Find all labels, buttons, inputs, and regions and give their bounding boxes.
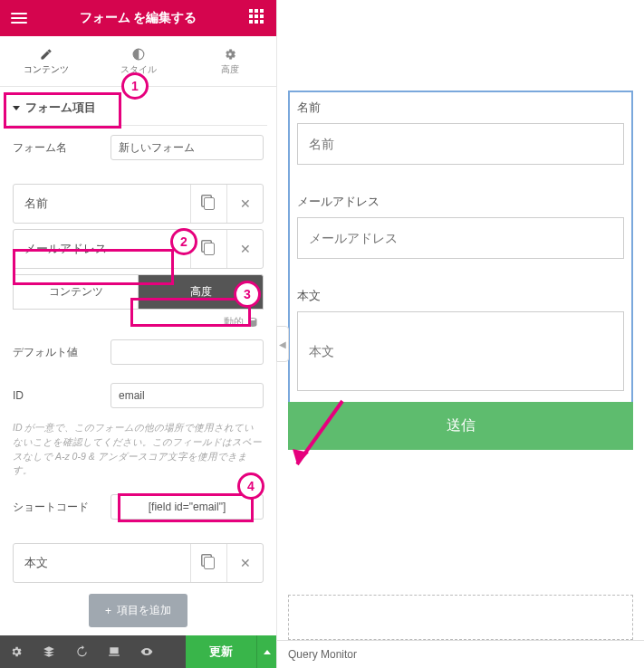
panel-title: フォーム を編集する — [80, 10, 197, 26]
preview-label: 名前 — [297, 100, 624, 123]
remove-button[interactable]: ✕ — [226, 185, 263, 223]
close-icon: ✕ — [240, 196, 251, 211]
update-label: 更新 — [209, 644, 233, 660]
id-label: ID — [13, 389, 103, 402]
default-value-input[interactable] — [111, 339, 264, 365]
remove-button[interactable]: ✕ — [226, 230, 263, 268]
panel-collapse-handle[interactable]: ◀ — [276, 326, 289, 362]
editor-panel: フォーム を編集する コンテンツ スタイル — [0, 0, 277, 668]
field-item-email[interactable]: メールアドレス ✕ — [13, 229, 264, 269]
preview-label: 本文 — [297, 288, 624, 311]
panel-footer: 更新 — [0, 635, 276, 668]
close-icon: ✕ — [240, 556, 251, 570]
shortcode-label: ショートコード — [13, 500, 103, 515]
qm-label: Query Monitor — [288, 648, 357, 661]
tab-label: コンテンツ — [24, 63, 69, 76]
default-value-row: デフォルト値 — [9, 330, 267, 374]
settings-button[interactable] — [0, 635, 33, 668]
panel-body: フォーム項目 フォーム名 名前 ✕ メールアドレス ✕ コンテンツ 高度 — [0, 87, 276, 635]
dynamic-toggle[interactable]: 動的 — [9, 310, 267, 330]
preview-field-body: 本文 — [290, 281, 631, 402]
contrast-icon — [131, 47, 146, 62]
tab-advanced[interactable]: 高度 — [184, 36, 276, 86]
empty-section-placeholder[interactable] — [288, 595, 633, 640]
hamburger-icon[interactable] — [11, 9, 29, 27]
preview-field-email: メールアドレス — [290, 186, 631, 281]
duplicate-button[interactable] — [190, 185, 226, 223]
query-monitor-bar[interactable]: Query Monitor — [277, 640, 644, 668]
default-value-label: デフォルト値 — [13, 345, 103, 360]
dynamic-label: 動的 — [224, 315, 244, 329]
id-help-text: ID が一意で、このフォームの他の場所で使用されていないことを確認してください。… — [9, 417, 267, 485]
preview-button[interactable] — [130, 635, 163, 668]
duplicate-button[interactable] — [190, 544, 226, 582]
shortcode-input[interactable] — [111, 494, 264, 520]
form-name-input[interactable] — [111, 135, 264, 160]
preview-input-body[interactable] — [297, 311, 624, 391]
add-item-label: 項目を追加 — [117, 603, 171, 618]
database-icon — [247, 317, 258, 328]
preview-submit-button[interactable]: 送信 — [288, 402, 633, 450]
gear-icon — [223, 47, 237, 62]
grid-icon[interactable] — [247, 9, 265, 27]
tab-content[interactable]: コンテンツ — [0, 36, 92, 86]
preview-label: メールアドレス — [297, 194, 624, 217]
subtab-content[interactable]: コンテンツ — [13, 274, 138, 310]
field-label[interactable]: 名前 — [14, 185, 190, 223]
navigator-button[interactable] — [33, 635, 65, 668]
preview-input-name[interactable] — [297, 123, 624, 165]
history-button[interactable] — [65, 635, 98, 668]
annotation-badge-1: 1 — [121, 72, 149, 100]
field-item-body[interactable]: 本文 ✕ — [13, 543, 264, 583]
annotation-badge-3: 3 — [234, 281, 261, 308]
field-label[interactable]: メールアドレス — [14, 230, 190, 268]
pencil-icon — [39, 47, 53, 62]
caret-up-icon — [264, 650, 271, 654]
preview-field-name: 名前 — [290, 92, 631, 186]
shortcode-row: ショートコード — [9, 485, 267, 529]
field-subtabs: コンテンツ 高度 — [13, 274, 264, 310]
copy-icon — [204, 197, 215, 210]
panel-header: フォーム を編集する — [0, 0, 276, 36]
update-button[interactable]: 更新 — [186, 635, 256, 668]
form-preview: ◀ 名前 メールアドレス 本文 送信 Query Monitor — [277, 0, 644, 668]
id-input[interactable] — [111, 383, 264, 408]
add-item-button[interactable]: + 項目を追加 — [89, 594, 187, 627]
close-icon: ✕ — [240, 242, 251, 256]
plus-icon: + — [105, 605, 111, 617]
responsive-button[interactable] — [98, 635, 130, 668]
remove-button[interactable]: ✕ — [226, 544, 263, 582]
tab-label: 高度 — [221, 63, 239, 76]
update-options-button[interactable] — [256, 635, 276, 668]
preview-input-email[interactable] — [297, 217, 624, 259]
submit-label: 送信 — [447, 417, 476, 433]
annotation-badge-4: 4 — [237, 472, 264, 500]
id-row: ID — [9, 374, 267, 417]
field-label[interactable]: 本文 — [14, 544, 190, 582]
annotation-badge-2: 2 — [170, 228, 197, 255]
field-item-name[interactable]: 名前 ✕ — [13, 184, 264, 224]
form-name-row: フォーム名 — [9, 126, 267, 169]
copy-icon — [204, 243, 215, 255]
copy-icon — [204, 557, 215, 569]
section-title: フォーム項目 — [25, 100, 96, 116]
caret-down-icon — [13, 106, 20, 110]
form-name-label: フォーム名 — [13, 140, 103, 156]
